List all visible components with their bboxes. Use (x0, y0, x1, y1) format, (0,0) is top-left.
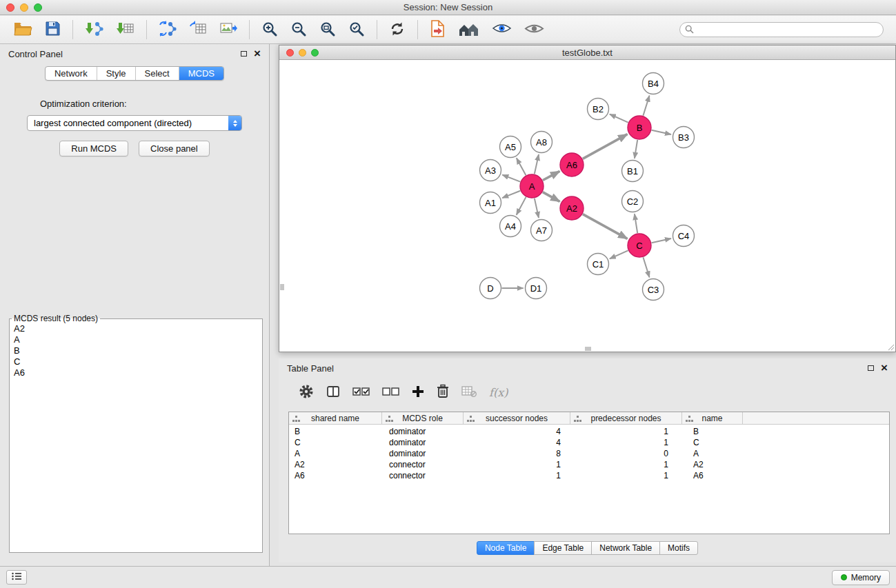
edge-C-C4[interactable] (652, 239, 671, 243)
list-item[interactable]: A6 (10, 367, 262, 378)
node-D[interactable]: D (480, 278, 501, 299)
delete-table-button[interactable] (461, 385, 477, 400)
edge-B-B2[interactable] (610, 114, 628, 123)
node-A7[interactable]: A7 (531, 220, 552, 241)
node-B1[interactable]: B1 (622, 161, 644, 182)
resize-grip[interactable] (886, 343, 895, 351)
column-header-shared-name[interactable]: shared name (289, 412, 382, 424)
node-C[interactable]: C (628, 234, 651, 257)
list-item[interactable]: C (10, 356, 262, 367)
save-session-button[interactable] (43, 19, 62, 40)
edge-A-A7[interactable] (535, 199, 539, 218)
table-row[interactable]: A2connector11A2 (289, 459, 889, 470)
show-columns-button[interactable] (326, 385, 340, 401)
close-table-panel-icon[interactable]: × (881, 364, 888, 372)
edge-C-C2[interactable] (635, 214, 637, 233)
tab-style[interactable]: Style (97, 67, 135, 80)
edge-A-A3[interactable] (502, 175, 520, 182)
node-B3[interactable]: B3 (673, 127, 695, 148)
node-A2[interactable]: A2 (560, 196, 584, 220)
column-header-successor-nodes[interactable]: successor nodes (464, 412, 570, 424)
zoom-fit-button[interactable] (318, 19, 337, 41)
tab-edge-table[interactable]: Edge Table (534, 541, 592, 555)
export-network-image-button[interactable] (218, 19, 239, 40)
titlebar[interactable]: Session: New Session (0, 0, 896, 15)
show-panels-button[interactable] (6, 570, 27, 585)
graphics-details-button[interactable] (490, 20, 513, 39)
run-mcds-button[interactable]: Run MCDS (59, 141, 128, 156)
node-C4[interactable]: C4 (673, 225, 695, 247)
import-network-from-file-button[interactable] (83, 19, 105, 40)
table-row[interactable]: Bdominator41B (289, 426, 889, 437)
search-field[interactable] (679, 22, 884, 37)
close-panel-button[interactable]: Close panel (139, 141, 210, 156)
zoom-selected-button[interactable] (347, 19, 366, 41)
network-window-titlebar[interactable]: testGlobe.txt (279, 45, 895, 60)
function-builder-button[interactable]: f(x) (489, 386, 508, 399)
minimize-network-window-button[interactable] (299, 49, 306, 57)
column-header-predecessor-nodes[interactable]: predecessor nodes (570, 412, 682, 424)
network-canvas[interactable]: AA2A6BCA1A3A4A5A7A8B1B2B3B4C1C2C3C4DD1 (279, 60, 895, 352)
table-row[interactable]: A6connector11A6 (289, 470, 889, 481)
edge-A-A4[interactable] (517, 197, 526, 215)
node-D1[interactable]: D1 (526, 278, 547, 299)
node-B2[interactable]: B2 (588, 99, 609, 120)
edge-A-A8[interactable] (535, 154, 539, 174)
float-panel-icon[interactable] (241, 51, 247, 57)
horizontal-scroll-indicator[interactable] (585, 347, 591, 351)
import-table-from-file-button[interactable] (115, 19, 136, 40)
list-item[interactable]: A2 (10, 323, 262, 334)
select-all-columns-button[interactable] (352, 385, 370, 400)
edge-B-B3[interactable] (652, 130, 671, 134)
edge-B-B1[interactable] (635, 140, 637, 159)
tab-mcds[interactable]: MCDS (179, 67, 223, 80)
tab-motifs[interactable]: Motifs (659, 541, 698, 555)
close-window-button[interactable] (6, 3, 14, 12)
edge-A-A2[interactable] (543, 192, 560, 202)
table-settings-button[interactable] (299, 384, 314, 401)
zoom-in-button[interactable] (260, 19, 279, 41)
node-A6[interactable]: A6 (560, 153, 584, 176)
node-A3[interactable]: A3 (480, 160, 501, 181)
node-A1[interactable]: A1 (480, 192, 501, 214)
column-header-name[interactable]: name (682, 412, 743, 424)
search-input[interactable] (679, 22, 884, 37)
edge-A6-B[interactable] (583, 134, 628, 159)
open-document-button[interactable] (428, 18, 447, 41)
minimize-window-button[interactable] (20, 3, 28, 12)
tab-node-table[interactable]: Node Table (477, 541, 535, 555)
node-B4[interactable]: B4 (643, 73, 664, 94)
zoom-window-button[interactable] (34, 3, 42, 12)
list-item[interactable]: A (10, 334, 262, 345)
edge-A2-C[interactable] (583, 214, 628, 239)
node-A5[interactable]: A5 (500, 136, 521, 158)
zoom-out-button[interactable] (289, 19, 308, 41)
birds-eye-view-button[interactable] (457, 20, 481, 40)
close-panel-icon[interactable]: × (254, 50, 261, 58)
edge-A-A1[interactable] (502, 191, 520, 198)
tab-select[interactable]: Select (135, 67, 179, 80)
edge-A-A6[interactable] (543, 171, 560, 180)
column-header-mcds-role[interactable]: MCDS role (382, 412, 464, 424)
edge-C-C1[interactable] (610, 250, 628, 258)
tab-network-table[interactable]: Network Table (591, 541, 660, 555)
refresh-layout-button[interactable] (388, 19, 407, 41)
open-session-button[interactable] (12, 19, 34, 40)
list-item[interactable]: B (10, 345, 262, 356)
node-A[interactable]: A (520, 174, 544, 198)
node-A8[interactable]: A8 (531, 132, 552, 153)
memory-button[interactable]: Memory (832, 570, 890, 585)
tab-network[interactable]: Network (46, 67, 97, 80)
table-row[interactable]: Adominator80A (289, 448, 889, 459)
float-table-panel-icon[interactable] (868, 365, 874, 371)
hide-details-button[interactable] (523, 21, 546, 39)
node-B[interactable]: B (628, 116, 651, 139)
import-network-from-database-button[interactable] (157, 19, 178, 40)
zoom-network-window-button[interactable] (311, 49, 319, 57)
unselect-all-columns-button[interactable] (382, 385, 399, 400)
delete-column-button[interactable] (437, 384, 449, 401)
close-network-window-button[interactable] (286, 49, 294, 57)
node-C1[interactable]: C1 (588, 254, 609, 275)
vertical-scroll-indicator[interactable] (280, 284, 284, 290)
node-C3[interactable]: C3 (643, 279, 664, 301)
